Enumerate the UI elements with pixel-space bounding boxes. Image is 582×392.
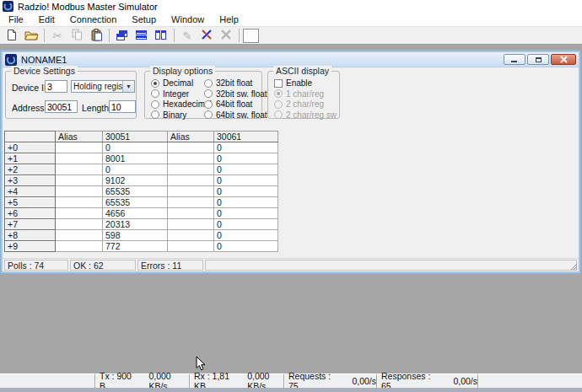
radio-button-icon[interactable] bbox=[204, 100, 213, 109]
table-cell[interactable]: 0 bbox=[214, 186, 278, 197]
table-cell[interactable]: 0 bbox=[214, 208, 278, 219]
child-window-icon bbox=[5, 54, 17, 66]
table-cell[interactable] bbox=[168, 230, 214, 241]
table-cell[interactable] bbox=[168, 241, 214, 252]
table-cell[interactable] bbox=[56, 153, 103, 164]
tile-vertical-button[interactable] bbox=[152, 28, 170, 44]
table-cell[interactable]: 20313 bbox=[103, 219, 168, 230]
display-options-column2: 32bit float32bit sw. float64bit float64b… bbox=[204, 78, 267, 120]
radio-64bit-sw-float[interactable]: 64bit sw. float bbox=[204, 110, 267, 120]
register-type-combobox[interactable]: Holding registers ▼ bbox=[71, 80, 135, 93]
requests-pane: Requests : 75 0,00/s bbox=[283, 374, 376, 388]
radio-label: 2 char/reg sw bbox=[286, 110, 337, 120]
address-input[interactable] bbox=[45, 100, 78, 113]
table-column-header: Alias bbox=[56, 132, 103, 142]
radio-button-icon[interactable] bbox=[204, 79, 213, 88]
table-cell[interactable] bbox=[56, 241, 103, 252]
minimize-button[interactable] bbox=[504, 54, 525, 65]
table-cell[interactable] bbox=[168, 186, 214, 197]
display-options-column1: DecimalIntegerHexadecimalBinary bbox=[151, 78, 212, 120]
table-cell[interactable]: 0 bbox=[103, 164, 168, 175]
table-row-header: +2 bbox=[5, 164, 56, 175]
paste-button[interactable] bbox=[87, 28, 105, 44]
table-cell[interactable]: 772 bbox=[103, 241, 168, 252]
radio-binary[interactable]: Binary bbox=[151, 110, 212, 120]
radio-hexadecimal[interactable]: Hexadecimal bbox=[151, 99, 212, 109]
menu-connection[interactable]: Connection bbox=[62, 13, 125, 25]
radio-button-icon[interactable] bbox=[151, 89, 159, 98]
blank-button[interactable] bbox=[243, 29, 259, 43]
table-cell[interactable] bbox=[168, 197, 214, 208]
chevron-down-icon[interactable]: ▼ bbox=[122, 81, 134, 92]
table-cell[interactable]: 0 bbox=[103, 142, 168, 153]
radio-decimal[interactable]: Decimal bbox=[151, 78, 212, 88]
table-cell[interactable] bbox=[168, 175, 214, 186]
table-cell[interactable]: 0 bbox=[214, 164, 278, 175]
menu-window[interactable]: Window bbox=[164, 13, 212, 25]
child-window-controls bbox=[504, 54, 576, 65]
radio-32bit-float[interactable]: 32bit float bbox=[204, 78, 267, 88]
table-cell[interactable] bbox=[56, 186, 103, 197]
connect-button[interactable] bbox=[197, 28, 216, 44]
table-cell[interactable]: 4656 bbox=[103, 208, 168, 219]
table-cell[interactable]: 0 bbox=[214, 241, 278, 252]
tile-horizontal-button[interactable] bbox=[132, 28, 151, 44]
tx-pane: Tx : 900 B 0,000 KB/s bbox=[94, 374, 189, 388]
table-row: +180010 bbox=[5, 153, 278, 164]
table-cell[interactable] bbox=[168, 208, 214, 219]
table-cell[interactable]: 65535 bbox=[103, 186, 168, 197]
table-cell[interactable] bbox=[168, 142, 214, 153]
table-cell[interactable] bbox=[168, 219, 214, 230]
radio-64bit-float[interactable]: 64bit float bbox=[204, 99, 267, 109]
length-label: Length bbox=[82, 103, 109, 113]
new-file-button[interactable] bbox=[3, 28, 21, 44]
radio-button-icon[interactable] bbox=[151, 79, 159, 88]
app-titlebar: Radzio! Modbus Master Simulator bbox=[0, 0, 582, 13]
table-cell[interactable] bbox=[56, 175, 103, 186]
table-cell[interactable] bbox=[56, 230, 103, 241]
device-id-input[interactable] bbox=[45, 80, 67, 93]
radio-integer[interactable]: Integer bbox=[151, 89, 212, 99]
table-cell[interactable]: 0 bbox=[214, 142, 278, 153]
table-cell[interactable] bbox=[56, 219, 103, 230]
radio-button-icon[interactable] bbox=[151, 100, 159, 109]
radio-button-icon[interactable] bbox=[151, 110, 159, 119]
empty-pane bbox=[205, 260, 577, 271]
table-cell[interactable] bbox=[56, 142, 103, 153]
resize-grip-icon[interactable] bbox=[569, 262, 578, 271]
table-cell[interactable]: 9102 bbox=[103, 175, 168, 186]
menu-help[interactable]: Help bbox=[212, 13, 246, 25]
table-row-header: +7 bbox=[5, 219, 56, 230]
table-cell[interactable]: 0 bbox=[214, 219, 278, 230]
table-row: +97720 bbox=[5, 241, 278, 252]
table-cell[interactable]: 0 bbox=[214, 230, 278, 241]
toolbar-separator bbox=[239, 29, 240, 42]
table-cell[interactable] bbox=[56, 164, 103, 175]
toolbar-separator bbox=[109, 29, 110, 42]
table-cell[interactable] bbox=[168, 153, 214, 164]
cascade-windows-button[interactable] bbox=[113, 28, 132, 44]
maximize-button[interactable] bbox=[527, 54, 549, 65]
radio-button-icon[interactable] bbox=[204, 110, 213, 119]
table-cell[interactable]: 598 bbox=[103, 230, 168, 241]
menu-file[interactable]: File bbox=[1, 13, 31, 25]
cascade-windows-icon bbox=[116, 30, 128, 40]
checkbox-icon[interactable] bbox=[274, 79, 283, 88]
table-cell[interactable]: 0 bbox=[214, 153, 278, 164]
table-cell[interactable] bbox=[168, 164, 214, 175]
table-cell[interactable] bbox=[56, 208, 103, 219]
menu-setup[interactable]: Setup bbox=[124, 13, 164, 25]
table-cell[interactable]: 8001 bbox=[103, 153, 168, 164]
radio-32bit-sw-float[interactable]: 32bit sw. float bbox=[204, 89, 267, 99]
radio-button-icon[interactable] bbox=[204, 89, 213, 98]
close-button[interactable] bbox=[551, 54, 576, 65]
table-cell[interactable]: 0 bbox=[214, 197, 278, 208]
restore-icon bbox=[536, 57, 542, 62]
open-file-button[interactable] bbox=[22, 28, 40, 44]
menu-edit[interactable]: Edit bbox=[31, 13, 62, 25]
table-cell[interactable] bbox=[56, 197, 103, 208]
table-cell[interactable]: 0 bbox=[214, 175, 278, 186]
ascii-enable-checkbox-row[interactable]: Enable bbox=[274, 78, 337, 88]
table-cell[interactable]: 65535 bbox=[103, 197, 168, 208]
length-input[interactable] bbox=[109, 100, 136, 113]
